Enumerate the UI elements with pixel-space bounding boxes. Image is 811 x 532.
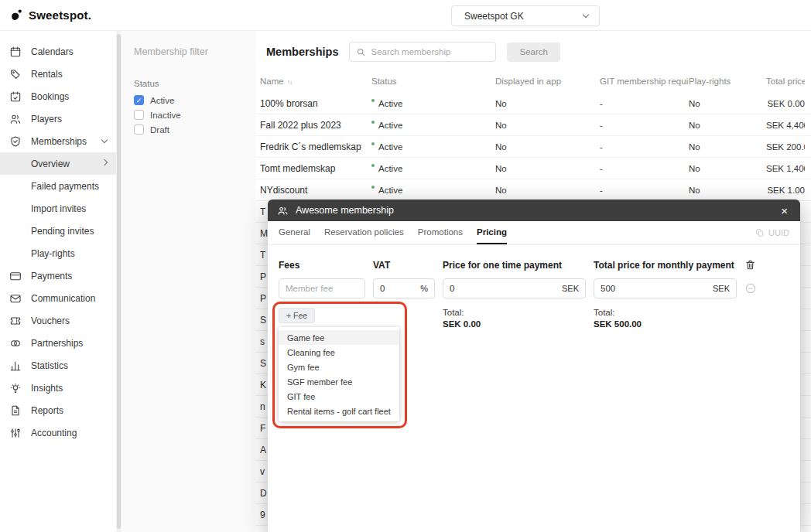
- add-fee-button[interactable]: + Fee: [279, 308, 315, 323]
- one-time-total: Total: SEK 0.00: [443, 308, 586, 329]
- sidebar-item-label: Payments: [31, 271, 72, 281]
- membership-table-row[interactable]: Tomt medlemskap Active No - No SEK 1,400…: [255, 158, 811, 179]
- filter-checkbox-inactive[interactable]: ✓ Inactive: [121, 107, 255, 122]
- uuid-button[interactable]: UUID: [755, 221, 789, 244]
- shield-check-icon: [9, 135, 22, 148]
- checkbox-label: Active: [150, 96, 174, 105]
- sidebar-item-label: Play-rights: [31, 248, 75, 259]
- total-label: Total:: [594, 308, 737, 317]
- membership-displayed-in-app: No: [495, 164, 600, 173]
- club-selector-value: Sweetspot GK: [464, 11, 524, 22]
- vat-input[interactable]: [380, 284, 417, 293]
- pricing-column-headers: Fees VAT Price for one time payment Tota…: [279, 259, 789, 271]
- close-icon[interactable]: ×: [778, 203, 791, 218]
- scrollbar-thumb[interactable]: [117, 34, 121, 529]
- one-time-price-column-header: Price for one time payment: [443, 260, 586, 271]
- sidebar-item-payments[interactable]: Payments: [0, 264, 116, 287]
- filter-checkbox-draft[interactable]: ✓ Draft: [121, 122, 255, 137]
- membership-name: Fall 2022 plus 2023: [260, 120, 371, 131]
- one-time-price-input[interactable]: [450, 284, 559, 293]
- sidebar-item-reports[interactable]: Reports: [0, 399, 116, 421]
- monthly-price-field[interactable]: SEK: [594, 278, 737, 298]
- sek-unit: SEK: [713, 284, 730, 293]
- sidebar-item-vouchers[interactable]: Vouchers: [0, 309, 116, 332]
- trash-icon: [744, 259, 756, 271]
- club-selector-dropdown[interactable]: Sweetspot GK: [451, 5, 600, 26]
- fee-option-sgf-member-fee[interactable]: SGF member fee: [279, 374, 399, 389]
- sidebar-item-play-rights[interactable]: Play-rights: [0, 242, 116, 264]
- fee-option-git-fee[interactable]: GIT fee: [279, 389, 399, 404]
- membership-table-row[interactable]: NYdiscount Active No - No SEK 1.00: [255, 179, 811, 201]
- sidebar-item-label: Import invites: [31, 203, 86, 214]
- tab-promotions[interactable]: Promotions: [418, 221, 463, 244]
- sidebar-item-label: Bookings: [31, 91, 69, 102]
- filter-checkbox-active[interactable]: ✓ Active: [121, 93, 255, 107]
- sidebar-item-communication[interactable]: Communication: [0, 287, 116, 309]
- fees-column-header: Fees: [279, 260, 365, 271]
- membership-status: Active: [371, 186, 495, 195]
- fee-dropdown-menu: Game feeCleaning feeGym feeSGF member fe…: [279, 327, 399, 421]
- membership-table-row[interactable]: Fall 2022 plus 2023 Active No - No SEK 4…: [255, 114, 811, 136]
- sidebar-item-statistics[interactable]: Statistics: [0, 354, 116, 377]
- sidebar-item-players[interactable]: Players: [0, 107, 116, 130]
- sidebar-item-failed-payments[interactable]: Failed payments: [0, 175, 116, 197]
- uuid-label: UUID: [768, 228, 789, 237]
- modal-tabs: General Reservation policies Promotions …: [268, 221, 800, 245]
- fee-option-rental-items-golf-cart-fleet[interactable]: Rental items - golf cart fleet: [279, 404, 399, 418]
- sort-icon: ↑↓: [287, 78, 293, 86]
- sidebar-item-label: Memberships: [31, 136, 87, 147]
- member-fee-field[interactable]: [279, 278, 365, 298]
- column-header-displayed: Displayed in app: [495, 77, 600, 86]
- membership-displayed-in-app: No: [495, 186, 600, 195]
- chevron-down-icon: [583, 12, 589, 18]
- sidebar-item-calendars[interactable]: Calendars: [0, 40, 116, 63]
- sidebar-item-import-invites[interactable]: Import invites: [0, 197, 116, 220]
- member-fee-input[interactable]: [286, 284, 358, 293]
- ticket-icon: [9, 315, 22, 327]
- fee-option-game-fee[interactable]: Game fee: [279, 330, 399, 345]
- delete-fee-row-button[interactable]: [744, 259, 789, 271]
- sidebar-item-rentals[interactable]: Rentals: [0, 63, 116, 85]
- tab-pricing[interactable]: Pricing: [477, 221, 507, 244]
- mail-icon: [9, 292, 22, 305]
- credit-card-icon: [9, 270, 22, 282]
- one-time-price-field[interactable]: SEK: [443, 278, 586, 298]
- sidebar-item-bookings[interactable]: Bookings: [0, 85, 116, 107]
- fee-dropdown: + Fee Game feeCleaning feeGym feeSGF mem…: [279, 308, 399, 421]
- sidebar-item-pending-invites[interactable]: Pending invites: [0, 220, 116, 242]
- membership-git-required: -: [600, 164, 689, 173]
- tab-reservation-policies[interactable]: Reservation policies: [324, 221, 404, 244]
- sidebar-item-label: Failed payments: [31, 181, 99, 192]
- remove-row-button[interactable]: [744, 282, 789, 295]
- search-box[interactable]: [349, 42, 496, 62]
- membership-table-row[interactable]: 100% brorsan Active No - No SEK 0.00: [255, 93, 811, 114]
- sidebar-item-memberships[interactable]: Memberships: [0, 130, 116, 152]
- column-header-name[interactable]: Name↑↓: [260, 77, 371, 86]
- percent-unit: %: [420, 284, 428, 293]
- monthly-price-input[interactable]: [601, 284, 710, 293]
- search-button[interactable]: Search: [507, 43, 559, 62]
- sidebar-item-label: Players: [31, 114, 62, 124]
- sidebar-item-overview[interactable]: Overview: [0, 152, 116, 175]
- membership-git-required: -: [600, 99, 689, 108]
- tab-general[interactable]: General: [279, 221, 310, 244]
- sidebar-item-label: Overview: [31, 159, 70, 169]
- vat-field[interactable]: %: [373, 278, 435, 298]
- membership-displayed-in-app: No: [495, 99, 600, 108]
- chevron-down-icon: [101, 137, 108, 143]
- table-header: Name↑↓ Status Displayed in app GIT membe…: [255, 70, 811, 93]
- membership-play-rights: No: [689, 121, 766, 130]
- checkbox-label: Inactive: [150, 111, 181, 120]
- modal-title: Awesome membership: [296, 205, 394, 216]
- membership-total-price: SEK 1.00: [766, 186, 805, 195]
- sidebar-item-partnerships[interactable]: Partnerships: [0, 332, 116, 354]
- fee-option-gym-fee[interactable]: Gym fee: [279, 360, 399, 374]
- sidebar-scrollbar[interactable]: [116, 31, 121, 532]
- search-input[interactable]: [371, 47, 490, 56]
- sidebar-item-label: Rentals: [31, 69, 63, 80]
- members-icon: [277, 205, 289, 217]
- fee-option-cleaning-fee[interactable]: Cleaning fee: [279, 345, 399, 360]
- sidebar-item-accounting[interactable]: Accounting: [0, 421, 116, 444]
- membership-table-row[interactable]: Fredrik C´s medlemskap Active No - No SE…: [255, 136, 811, 158]
- sidebar-item-insights[interactable]: Insights: [0, 377, 116, 399]
